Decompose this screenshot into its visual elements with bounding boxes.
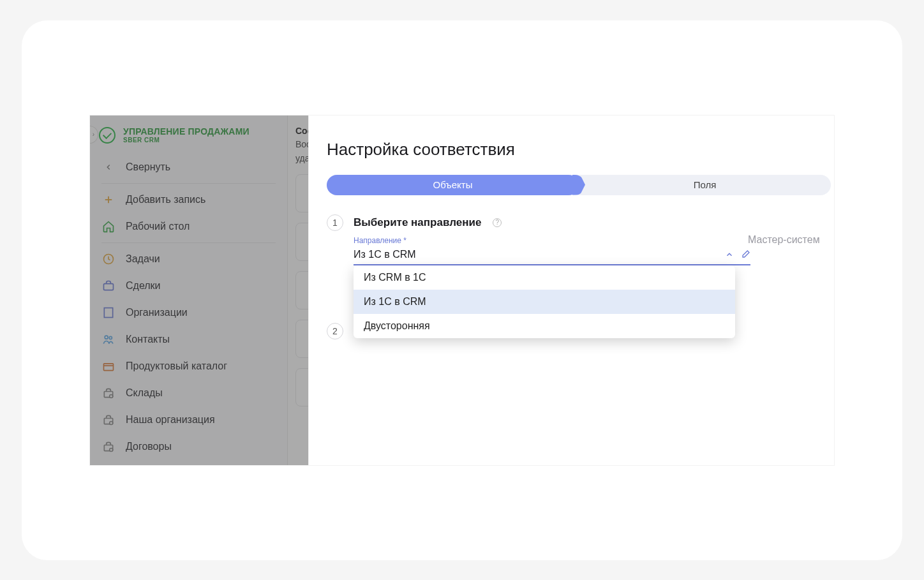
nav-label: Наша организация xyxy=(126,414,215,426)
building-icon xyxy=(101,306,116,320)
sidebar: › УПРАВЛЕНИЕ ПРОДАЖАМИ SBER CRM Свернуть xyxy=(90,115,288,465)
nav-label: Сделки xyxy=(126,280,161,292)
tabbar: Объекты Поля xyxy=(327,175,831,195)
help-icon[interactable]: ? xyxy=(493,218,502,227)
nav-warehouses[interactable]: Склады xyxy=(90,380,287,406)
nav-organizations[interactable]: Организации xyxy=(90,299,287,326)
chevron-left-icon xyxy=(101,160,116,174)
nav-label: Рабочий стол xyxy=(126,221,190,232)
org-icon xyxy=(101,413,116,427)
tab-objects[interactable]: Объекты xyxy=(327,175,579,195)
logo-title: УПРАВЛЕНИЕ ПРОДАЖАМИ xyxy=(123,127,250,137)
briefcase-icon xyxy=(101,279,116,293)
master-system-label: Мастер-систем xyxy=(748,234,820,246)
logo-icon xyxy=(99,127,116,144)
outer-card: › УПРАВЛЕНИЕ ПРОДАЖАМИ SBER CRM Свернуть xyxy=(22,20,902,560)
modal-title: Настройка соответствия xyxy=(327,140,834,160)
direction-dropdown: Из CRM в 1С Из 1С в CRM Двусторонняя xyxy=(354,265,735,338)
tab-label: Поля xyxy=(694,179,717,190)
nav-deals[interactable]: Сделки xyxy=(90,272,287,299)
users-icon xyxy=(101,332,116,346)
svg-rect-4 xyxy=(104,308,112,317)
direction-field: Направление * Из 1С в CRM Из CRM в 1С xyxy=(354,236,750,265)
step-1-header: 1 Выберите направление ? xyxy=(327,214,834,231)
contract-icon xyxy=(101,440,116,454)
plus-icon xyxy=(101,193,116,207)
step-title: Выберите направление xyxy=(354,216,481,229)
nav-contracts[interactable]: Договоры xyxy=(90,433,287,460)
svg-point-20 xyxy=(110,448,113,451)
logo-subtitle: SBER CRM xyxy=(123,137,250,144)
clock-icon xyxy=(101,252,116,266)
edit-icon[interactable] xyxy=(740,249,750,260)
step-number: 1 xyxy=(327,214,343,231)
box-icon xyxy=(101,359,116,373)
nav-our-organization[interactable]: Наша организация xyxy=(90,406,287,433)
step-number: 2 xyxy=(327,323,343,339)
nav-collapse[interactable]: Свернуть xyxy=(90,154,287,181)
dropdown-option[interactable]: Из 1С в CRM xyxy=(354,290,735,314)
svg-rect-13 xyxy=(104,364,114,371)
nav-label: Организации xyxy=(126,307,188,318)
nav-label: Контакты xyxy=(126,334,170,345)
field-label: Направление * xyxy=(354,236,750,245)
direction-select[interactable]: Из 1С в CRM xyxy=(354,246,750,265)
app-window: › УПРАВЛЕНИЕ ПРОДАЖАМИ SBER CRM Свернуть xyxy=(90,115,834,465)
nav-tasks[interactable]: Задачи xyxy=(90,246,287,272)
nav-price-type-1c[interactable]: Вид цены 1С xyxy=(90,460,287,465)
nav-label: Продуктовый каталог xyxy=(126,361,227,372)
svg-rect-3 xyxy=(104,284,114,290)
nav-label: Договоры xyxy=(126,441,172,452)
svg-point-12 xyxy=(109,336,112,339)
nav-label: Задачи xyxy=(126,253,160,265)
svg-point-11 xyxy=(105,336,108,339)
tab-fields[interactable]: Поля xyxy=(579,175,831,195)
home-icon xyxy=(101,219,116,234)
svg-point-18 xyxy=(110,421,113,424)
nav-label: Склады xyxy=(126,387,163,399)
svg-point-16 xyxy=(110,394,113,398)
dropdown-option[interactable]: Из CRM в 1С xyxy=(354,265,735,290)
mapping-modal: Настройка соответствия Объекты Поля 1 Вы… xyxy=(308,115,834,465)
select-value: Из 1С в CRM xyxy=(354,249,416,260)
nav-contacts[interactable]: Контакты xyxy=(90,326,287,353)
chevron-up-icon xyxy=(725,250,734,259)
logo: УПРАВЛЕНИЕ ПРОДАЖАМИ SBER CRM xyxy=(90,124,287,150)
nav-label: Добавить запись xyxy=(126,194,205,205)
dropdown-option[interactable]: Двусторонняя xyxy=(354,314,735,338)
warehouse-icon xyxy=(101,386,116,400)
nav-desktop[interactable]: Рабочий стол xyxy=(90,213,287,240)
nav-label: Свернуть xyxy=(126,161,170,173)
nav-add-record[interactable]: Добавить запись xyxy=(90,186,287,213)
nav-product-catalog[interactable]: Продуктовый каталог xyxy=(90,353,287,380)
tab-label: Объекты xyxy=(433,179,473,190)
divider xyxy=(101,183,276,184)
nav-list: Свернуть Добавить запись Рабочий стол xyxy=(90,154,287,465)
divider xyxy=(101,242,276,243)
